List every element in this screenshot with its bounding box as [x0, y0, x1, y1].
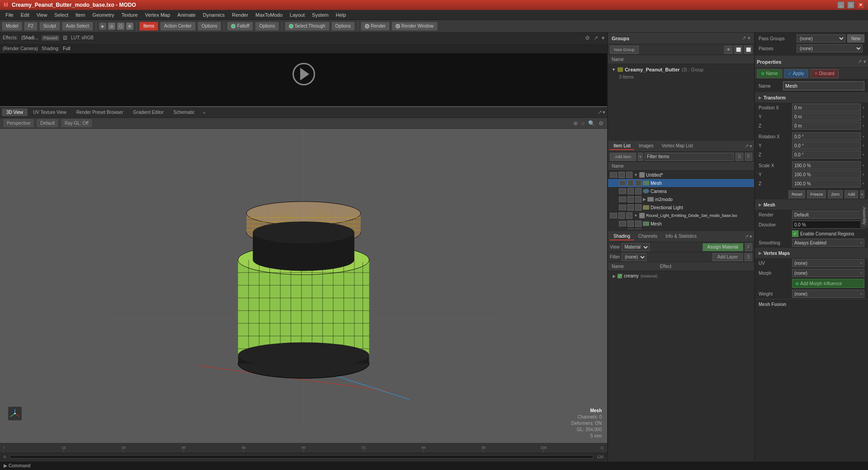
item-row-mesh1[interactable]: Mesh: [608, 179, 754, 187]
menu-vertexmap[interactable]: Vertex Map: [142, 11, 174, 19]
item-row-untitled[interactable]: ▼ Untitled*: [608, 171, 754, 179]
3d-viewport[interactable]: 3D View UV Texture View Render Preset Br…: [0, 107, 607, 443]
apply-btn[interactable]: ✓ Apply: [784, 69, 808, 78]
add-transform-arrow[interactable]: ▾: [860, 190, 864, 198]
model-mode-btn[interactable]: Model: [2, 22, 22, 31]
minimize-btn[interactable]: _: [837, 1, 844, 9]
assign-material-btn[interactable]: Assign Material: [703, 243, 743, 251]
groups-icon1[interactable]: 👁: [724, 46, 732, 54]
filter-f-btn[interactable]: F: [745, 153, 752, 161]
filter-s-btn[interactable]: S: [736, 153, 743, 161]
tab-item-list[interactable]: Item List: [610, 142, 634, 150]
tab-schematic[interactable]: Schematic: [169, 108, 199, 116]
toolbar-icon4[interactable]: ⊕: [126, 23, 133, 30]
menu-animate[interactable]: Animate: [174, 11, 199, 19]
tab-shading[interactable]: Shading: [610, 233, 634, 240]
pass-new-btn[interactable]: New: [847, 34, 864, 42]
viewport-expand-icon[interactable]: ↗: [598, 109, 602, 115]
menu-help[interactable]: Help: [332, 11, 350, 19]
tab-gradient-editor[interactable]: Gradient Editor: [129, 108, 168, 116]
menu-view[interactable]: View: [33, 11, 51, 19]
discard-btn[interactable]: ✕ Discard: [810, 69, 839, 78]
style-btn[interactable]: Default: [37, 119, 58, 127]
vp-icon3[interactable]: 🔍: [588, 120, 595, 127]
menu-render[interactable]: Render: [228, 11, 252, 19]
item-row-lxo[interactable]: ▼ Round_Light_Emitting_Diode_Set_modo_ba…: [608, 212, 754, 220]
toolbar-icon3[interactable]: ⬡: [117, 23, 124, 30]
menu-select[interactable]: Select: [51, 11, 72, 19]
smoothing-value[interactable]: Always Enabled ▾: [792, 239, 864, 247]
vp-icon1[interactable]: ⊕: [573, 120, 578, 127]
name-input[interactable]: [783, 81, 864, 90]
pos-x-value[interactable]: 0 m: [792, 103, 861, 112]
material-view-select[interactable]: Material: [622, 243, 650, 251]
options2-btn[interactable]: Options: [255, 22, 278, 31]
vp-icon2[interactable]: ○: [581, 120, 585, 127]
auto-select-btn[interactable]: Auto Select: [62, 22, 93, 31]
preview-expand-icon[interactable]: ↗: [594, 35, 598, 41]
group-row-1[interactable]: ▼ Creamy_Peanut_Butter (3) : Group: [610, 66, 752, 73]
command-input[interactable]: [34, 463, 864, 468]
falloff-btn[interactable]: Falloff: [227, 22, 253, 31]
menu-layout[interactable]: Layout: [286, 11, 308, 19]
zero-btn[interactable]: Zero: [828, 190, 843, 198]
shading-row-creamy[interactable]: ▶ ✓ creamy (Material): [609, 272, 753, 280]
mesh-header[interactable]: ▶ Mesh: [755, 200, 868, 210]
add-item-btn[interactable]: Add Item: [610, 153, 636, 161]
reset-btn[interactable]: Reset: [788, 190, 806, 198]
pos-z-value[interactable]: 0 m: [792, 122, 861, 130]
menu-dynamics[interactable]: Dynamics: [199, 11, 228, 19]
menu-item[interactable]: Item: [72, 11, 89, 19]
options3-btn[interactable]: Options: [331, 22, 355, 31]
passes-select[interactable]: (none): [797, 44, 863, 52]
pos-y-value[interactable]: 0 m: [792, 113, 861, 121]
props-expand-icon[interactable]: ↗: [858, 59, 862, 65]
render-window-btn[interactable]: Render Window: [392, 22, 438, 31]
tab-3d-view[interactable]: 3D View: [2, 108, 28, 116]
groups-menu-icon[interactable]: ▾: [748, 35, 750, 41]
uv-value[interactable]: (none) ▾: [792, 259, 864, 267]
groups-icon3[interactable]: ⬜: [744, 46, 752, 54]
item-row-rled[interactable]: ▶ Round_Light_Emitting_Diode_Set (2): [608, 228, 754, 229]
render-value[interactable]: Default ▾: [792, 211, 864, 219]
menu-texture[interactable]: Texture: [118, 11, 142, 19]
render-btn[interactable]: Render: [361, 22, 390, 31]
add-layer-s-btn[interactable]: S: [745, 253, 752, 261]
item-row-camera[interactable]: Camera: [608, 187, 754, 195]
rot-y-value[interactable]: 0.0 °: [792, 141, 861, 150]
groups-icon2[interactable]: ⬜: [734, 46, 742, 54]
item-list-expand-icon[interactable]: ↗: [745, 143, 749, 149]
maximize-btn[interactable]: □: [847, 1, 854, 9]
item-list-menu-icon[interactable]: ▾: [750, 143, 752, 149]
shading-menu-icon[interactable]: ▾: [750, 234, 752, 240]
add-morph-influence-btn[interactable]: ⊕ Add Morph Influence: [792, 279, 864, 288]
perspective-btn[interactable]: Perspective: [4, 119, 33, 127]
item-row-mesh2[interactable]: Mesh: [608, 220, 754, 228]
toolbar-icon1[interactable]: ◈: [99, 23, 106, 30]
items-btn[interactable]: Items: [139, 22, 158, 31]
auto-add-btn[interactable]: ⊕ Name: [757, 69, 782, 78]
tab-uv-texture[interactable]: UV Texture View: [28, 108, 71, 116]
dissolve-slider[interactable]: 0.0 % ▾: [792, 221, 864, 229]
tab-render-preset[interactable]: Render Preset Browser: [72, 108, 128, 116]
transform-header[interactable]: ▶ Transform: [755, 93, 868, 103]
menu-maxtomodo[interactable]: MaxToModo: [252, 11, 286, 19]
enable-cmd-checkbox[interactable]: ✓: [792, 230, 798, 237]
add-item-dropdown-icon[interactable]: ▾: [638, 153, 643, 161]
sculpt-btn[interactable]: Sculpt: [39, 22, 60, 31]
toolbar-icon2[interactable]: ◎: [108, 23, 115, 30]
shading-expand-icon[interactable]: ↗: [745, 234, 749, 240]
new-group-btn[interactable]: New Group: [610, 46, 639, 54]
rot-x-value[interactable]: 0.0 °: [792, 132, 861, 141]
menu-file[interactable]: File: [2, 11, 17, 19]
morph-value[interactable]: (none) ▾: [792, 269, 864, 277]
f2-btn[interactable]: F2: [24, 22, 38, 31]
viewport-menu-icon[interactable]: ▾: [603, 109, 605, 115]
tab-channels[interactable]: Channels: [635, 233, 661, 240]
options1-btn[interactable]: Options: [198, 22, 221, 31]
rot-z-value[interactable]: 0.0 °: [792, 150, 861, 159]
assembly-tab[interactable]: Assembly: [860, 204, 868, 228]
scale-y-value[interactable]: 100.0 %: [792, 170, 861, 179]
freeze-btn[interactable]: Freeze: [807, 190, 826, 198]
pass-groups-select[interactable]: (none): [797, 34, 845, 42]
